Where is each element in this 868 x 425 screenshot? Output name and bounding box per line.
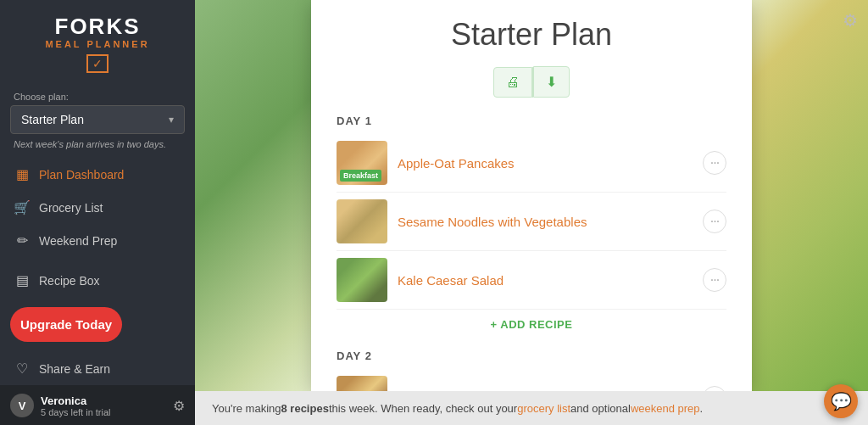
download-button[interactable]: ⬇ [533, 66, 570, 98]
recipe-name-noodles[interactable]: Sesame Noodles with Vegetables [398, 215, 693, 229]
share-earn-item[interactable]: ♡ Share & Earn [0, 352, 195, 385]
weekend-prep-link[interactable]: weekend prep [631, 402, 700, 415]
recipe-more-pancakes[interactable]: ··· [703, 151, 726, 175]
grocery-list-link[interactable]: grocery list [517, 402, 570, 415]
logo-subtitle: MEAL PLANNER [17, 39, 178, 49]
status-bar: You're making 8 recipes this week. When … [195, 391, 868, 425]
recipe-row: Breakfast Apple-Oat Pancakes ··· [337, 134, 726, 193]
logo-area: FORKS MEAL PLANNER ✓ [0, 0, 195, 81]
status-recipe-count: 8 recipes [281, 402, 329, 415]
heart-icon: ♡ [14, 361, 31, 377]
share-earn-label: Share & Earn [39, 362, 110, 376]
dashboard-icon: ▦ [14, 166, 31, 182]
sidebar: FORKS MEAL PLANNER ✓ Choose plan: Starte… [0, 0, 195, 425]
recipe-row-salad: Kale Caesar Salad ··· [337, 251, 726, 310]
recipe-row-noodles: Sesame Noodles with Vegetables ··· [337, 193, 726, 251]
add-recipe-button[interactable]: + ADD RECIPE [337, 310, 726, 339]
chat-bubble[interactable]: 💬 [824, 384, 858, 418]
recipe-name-pancakes[interactable]: Apple-Oat Pancakes [398, 156, 693, 171]
recipe-thumb-salad [337, 258, 387, 302]
recipe-more-noodles[interactable]: ··· [703, 210, 726, 233]
user-name: Veronica [41, 394, 166, 407]
status-and: and optional [570, 402, 631, 415]
user-info: Veronica 5 days left in trial [41, 394, 166, 417]
meal-badge-breakfast: Breakfast [340, 170, 381, 182]
settings-icon[interactable]: ⚙ [173, 398, 185, 414]
plan-dropdown[interactable]: Starter Plan ▾ [10, 105, 185, 134]
sidebar-item-plan-dashboard[interactable]: ▦ Plan Dashboard [0, 158, 195, 191]
action-buttons: 🖨 ⬇ [337, 66, 726, 98]
grocery-icon: 🛒 [14, 199, 31, 215]
nav-label-weekend-prep: Weekend Prep [39, 234, 117, 248]
status-middle: this week. When ready, check out your [329, 402, 517, 415]
print-icon: 🖨 [506, 75, 520, 89]
pencil-icon: ✏ [14, 232, 31, 249]
choose-plan-label: Choose plan: [0, 81, 195, 105]
user-avatar: V [10, 394, 34, 417]
logo-check: ✓ [86, 54, 108, 73]
selected-plan-label: Starter Plan [21, 113, 84, 126]
recipe-more-salad[interactable]: ··· [703, 268, 726, 292]
day-1-label: DAY 1 [337, 115, 726, 127]
status-period: . [700, 402, 704, 415]
check-icon: ✓ [92, 57, 103, 70]
sidebar-item-weekend-prep[interactable]: ✏ Weekend Prep [0, 224, 195, 257]
recipe-name-salad[interactable]: Kale Caesar Salad [398, 273, 693, 288]
logo-forks: FORKS [17, 15, 178, 37]
recipe-box-icon: ▤ [14, 272, 31, 288]
avatar-initials: V [19, 400, 26, 412]
plan-card: Starter Plan 🖨 ⬇ DAY 1 Breakfast [311, 0, 752, 391]
user-trial: 5 days left in trial [41, 407, 166, 417]
download-icon: ⬇ [546, 75, 557, 89]
plan-title: Starter Plan [337, 17, 726, 53]
main-content: ⚙ Starter Plan 🖨 ⬇ DAY 1 [195, 0, 868, 425]
chat-icon: 💬 [831, 391, 852, 411]
user-bar: V Veronica 5 days left in trial ⚙ [0, 385, 195, 425]
nav-label-grocery-list: Grocery List [39, 201, 103, 215]
app-container: FORKS MEAL PLANNER ✓ Choose plan: Starte… [0, 0, 868, 425]
day-2-label: DAY 2 [337, 350, 726, 362]
dropdown-arrow-icon: ▾ [169, 114, 174, 126]
nav-label-plan-dashboard: Plan Dashboard [39, 168, 124, 182]
recipe-row-monkey: Breakfast Chunky Monkey Breakfast Bowl ·… [337, 369, 726, 391]
recipe-thumb-noodles [337, 199, 387, 243]
print-button[interactable]: 🖨 [493, 67, 532, 98]
status-prefix: You're making [212, 402, 281, 415]
upgrade-button[interactable]: Upgrade Today [10, 307, 122, 342]
recipe-thumb-monkey: Breakfast [337, 376, 387, 391]
recipe-thumb-pancakes: Breakfast [337, 141, 387, 185]
nav-label-recipe-box: Recipe Box [39, 274, 100, 288]
next-week-note: Next week's plan arrives in two days. [0, 134, 195, 158]
sidebar-item-grocery-list[interactable]: 🛒 Grocery List [0, 191, 195, 224]
main-gear-icon[interactable]: ⚙ [843, 10, 858, 31]
sidebar-item-recipe-box[interactable]: ▤ Recipe Box [0, 264, 195, 297]
